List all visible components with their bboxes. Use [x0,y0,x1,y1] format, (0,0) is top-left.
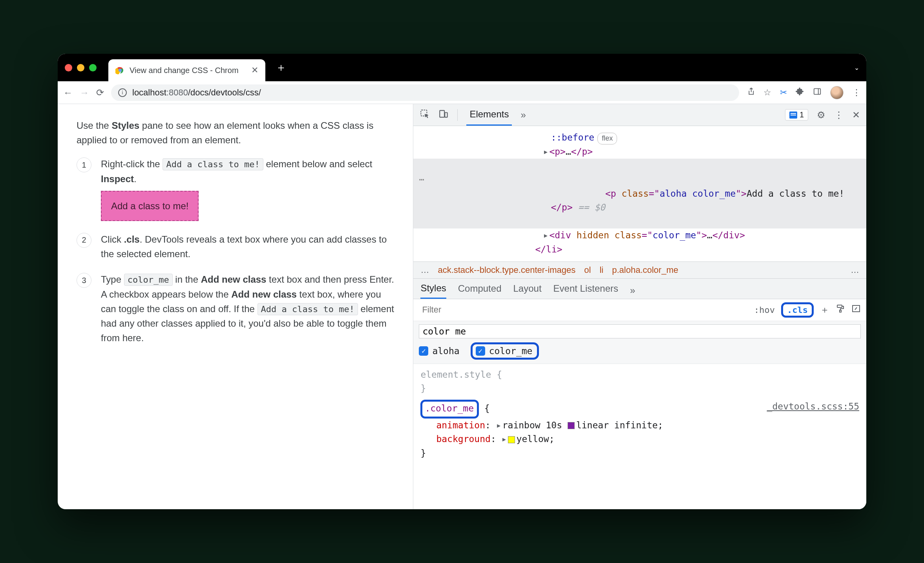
browser-window: View and change CSS - Chrom ✕ ＋ ⌄ ← → ⟳ … [58,54,866,509]
close-devtools-icon[interactable]: ✕ [852,110,860,121]
extensions-icon[interactable] [796,87,804,98]
toolbar-actions: ☆ ✂ ⋮ [746,86,861,99]
devtools-panel: Elements » 1 ⚙ ⋮ ✕ ::beforeflex ▸<p>…</p… [413,104,866,509]
url-text: localhost:8080/docs/devtools/css/ [132,88,261,98]
browser-tab[interactable]: View and change CSS - Chrom ✕ [108,59,265,81]
cls-toggle[interactable]: .cls [781,302,814,318]
step-3: Type color_me in the Add new class text … [77,272,394,345]
issue-count: 1 [800,110,804,119]
cls-panel: ✓ aloha ✓ color_me [413,321,866,364]
styles-subtabs: Styles Computed Layout Event Listeners » [413,279,866,299]
toolbar: ← → ⟳ i localhost:8080/docs/devtools/css… [58,81,866,104]
new-tab-button[interactable]: ＋ [276,60,287,75]
styles-filter-input[interactable] [419,302,748,317]
styles-filter-row: :hov .cls ＋ [413,299,866,321]
bookmark-star-icon[interactable]: ☆ [763,88,771,98]
crumb-item[interactable]: li [599,265,603,275]
chrome-icon [115,66,125,75]
event-listeners-tab[interactable]: Event Listeners [553,283,618,298]
chrome-menu-icon[interactable]: ⋮ [852,88,861,98]
checkbox-checked-icon: ✓ [419,346,428,356]
crumb-item[interactable]: ol [584,265,591,275]
layout-tab[interactable]: Layout [513,283,541,298]
tab-close-icon[interactable]: ✕ [251,65,258,75]
expand-tabs-icon[interactable]: ⌄ [854,64,859,71]
site-info-icon[interactable]: i [118,88,127,97]
sidepanel-icon[interactable] [813,87,822,98]
new-style-rule-icon[interactable]: ＋ [820,303,829,316]
styles-tab[interactable]: Styles [420,283,446,299]
titlebar: View and change CSS - Chrom ✕ ＋ ⌄ [58,54,866,81]
selected-dom-node[interactable]: ⋯ <p class="aloha color_me">Add a class … [413,159,866,228]
crumb-item[interactable]: ack.stack--block.type.center-images [438,265,575,275]
dom-tree[interactable]: ::beforeflex ▸<p>…</p> ⋯ <p class="aloha… [413,126,866,261]
content-area: Use the Styles pane to see how an elemen… [58,104,866,509]
back-button[interactable]: ← [63,87,73,98]
rule-source-link[interactable]: _devtools.scss:55 [767,400,859,414]
issue-icon [789,112,797,119]
more-tabs-icon[interactable]: » [630,285,635,296]
elements-tab[interactable]: Elements [466,104,512,126]
class-toggle-color-me[interactable]: ✓ color_me [471,342,539,360]
computed-panel-icon[interactable] [851,304,861,316]
minimize-window-button[interactable] [77,64,84,71]
add-new-class-input[interactable] [419,324,861,338]
inspect-element-icon[interactable] [420,109,430,121]
devtools-toolbar: Elements » 1 ⚙ ⋮ ✕ [413,104,866,126]
window-controls [65,64,97,71]
settings-gear-icon[interactable]: ⚙ [817,110,825,121]
add-class-demo-element[interactable]: Add a class to me! [101,191,199,221]
code-snippet: Add a class to me! [257,303,358,315]
profile-avatar[interactable] [830,86,844,99]
expand-triangle-icon[interactable]: ▸ [543,145,549,159]
color-swatch-icon[interactable] [508,436,515,443]
code-snippet: Add a class to me! [163,158,263,170]
intro-paragraph: Use the Styles pane to see how an elemen… [77,118,394,147]
address-bar[interactable]: i localhost:8080/docs/devtools/css/ [111,84,739,101]
scissors-icon[interactable]: ✂ [780,88,787,98]
hov-toggle[interactable]: :hov [754,305,775,315]
more-actions-icon[interactable]: ⋯ [419,173,424,187]
checkbox-checked-icon: ✓ [476,346,485,356]
expand-triangle-icon[interactable]: ▸ [543,228,549,243]
page-content: Use the Styles pane to see how an elemen… [58,104,413,509]
share-icon[interactable] [746,87,755,98]
svg-rect-10 [840,310,841,312]
svg-rect-7 [440,110,445,117]
color-me-rule-selector[interactable]: .color_me [420,400,479,419]
tab-title: View and change CSS - Chrom [130,66,247,75]
svg-rect-4 [814,88,821,94]
crumb-ellipsis[interactable]: … [851,265,859,275]
timing-swatch-icon[interactable] [568,422,575,429]
flex-badge[interactable]: flex [597,133,617,144]
dom-breadcrumbs[interactable]: … ack.stack--block.type.center-images ol… [413,261,866,279]
device-toggle-icon[interactable] [438,109,449,121]
step-2: Click .cls. DevTools reveals a text box … [77,232,394,261]
kebab-menu-icon[interactable]: ⋮ [834,110,844,121]
step-1: Right-click the Add a class to me! eleme… [77,157,394,221]
svg-rect-9 [837,305,842,307]
svg-rect-8 [445,112,448,117]
crumb-ellipsis[interactable]: … [420,265,429,275]
computed-tab[interactable]: Computed [458,283,502,298]
element-style-selector: element.style { [420,369,502,380]
issues-badge[interactable]: 1 [785,109,808,121]
paint-format-icon[interactable] [836,304,845,316]
svg-point-3 [119,69,121,71]
fullscreen-window-button[interactable] [89,64,97,71]
forward-button[interactable]: → [80,87,89,98]
class-toggle-aloha[interactable]: ✓ aloha [419,346,459,356]
pseudo-before: ::before [551,132,594,143]
code-snippet: color_me [124,274,173,286]
more-tabs-icon[interactable]: » [520,110,526,121]
close-window-button[interactable] [65,64,72,71]
crumb-item-selected[interactable]: p.aloha.color_me [612,265,678,275]
style-rules[interactable]: element.style { } .color_me { _devtools.… [413,364,866,464]
reload-button[interactable]: ⟳ [96,87,104,98]
